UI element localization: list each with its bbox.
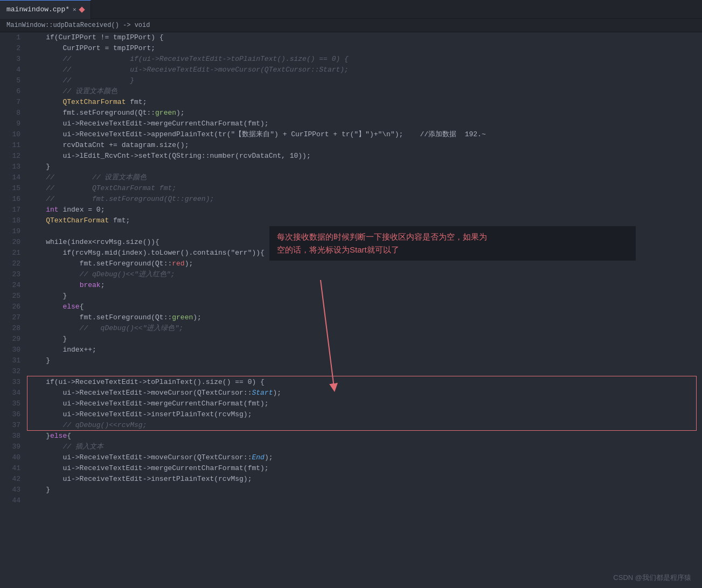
code-line: 8 fmt.setForeground(Qt::green);: [0, 108, 702, 118]
line-content: // 插入文本: [27, 442, 702, 452]
line-number: 35: [0, 398, 27, 409]
line-content: index++;: [27, 345, 702, 355]
line-number: 20: [0, 237, 27, 248]
code-line: 27 fmt.setForeground(Qt::green);: [0, 312, 702, 323]
line-content: // qDebug()<<"进入红色";: [27, 269, 702, 280]
code-line: 20 while(index<rcvMsg.size()){: [0, 237, 702, 248]
line-content: // // 设置文本颜色: [27, 172, 702, 183]
code-line: 31 }: [0, 355, 702, 366]
line-number: 21: [0, 248, 27, 258]
line-content: ui->ReceiveTextEdit->mergeCurrentCharFor…: [27, 118, 702, 129]
code-line: 13 }: [0, 162, 702, 172]
code-area: 1 if(CurIPPort != tmpIPPort) {2 CurIPPor…: [0, 32, 702, 588]
code-line: 33 if(ui->ReceiveTextEdit->toPlainText()…: [0, 377, 702, 388]
line-content: ui->ReceiveTextEdit->mergeCurrentCharFor…: [27, 463, 702, 474]
line-number: 32: [0, 366, 27, 377]
code-line: 35 ui->ReceiveTextEdit->mergeCurrentChar…: [0, 398, 702, 409]
footer-watermark: CSDN @我们都是程序猿: [613, 573, 691, 583]
line-number: 31: [0, 355, 27, 366]
line-number: 26: [0, 302, 27, 312]
line-number: 29: [0, 334, 27, 345]
line-content: // 设置文本颜色: [27, 86, 702, 97]
line-number: 1: [0, 32, 27, 43]
line-number: 8: [0, 108, 27, 118]
line-content: }: [27, 355, 702, 366]
line-content: // if(ui->ReceiveTextEdit->toPlainText()…: [27, 54, 702, 65]
code-line: 22 fmt.setForeground(Qt::red);: [0, 258, 702, 269]
line-number: 7: [0, 97, 27, 108]
line-number: 37: [0, 420, 27, 431]
line-content: else{: [27, 302, 702, 312]
line-content: fmt.setForeground(Qt::red);: [27, 258, 702, 269]
line-content: rcvDataCnt += datagram.size();: [27, 140, 702, 151]
modified-indicator: [79, 6, 85, 12]
line-number: 30: [0, 345, 27, 355]
line-number: 36: [0, 409, 27, 420]
line-number: 3: [0, 54, 27, 65]
code-line: 11 rcvDataCnt += datagram.size();: [0, 140, 702, 151]
code-line: 16 // fmt.setForeground(Qt::green);: [0, 194, 702, 205]
line-content: [27, 495, 702, 506]
code-line: 30 index++;: [0, 345, 702, 355]
line-number: 12: [0, 151, 27, 162]
code-line: 3 // if(ui->ReceiveTextEdit->toPlainText…: [0, 54, 702, 65]
line-content: ui->lEdit_RcvCnt->setText(QString::numbe…: [27, 151, 702, 162]
code-line: 10 ui->ReceiveTextEdit->appendPlainText(…: [0, 129, 702, 140]
line-number: 10: [0, 129, 27, 140]
tab-close-icon[interactable]: ✕: [73, 6, 77, 13]
code-line: 36 ui->ReceiveTextEdit->insertPlainText(…: [0, 409, 702, 420]
line-content: [27, 226, 702, 237]
line-content: }: [27, 291, 702, 302]
line-content: if(CurIPPort != tmpIPPort) {: [27, 32, 702, 43]
line-content: int index = 0;: [27, 205, 702, 215]
line-number: 38: [0, 431, 27, 442]
line-content: }else{: [27, 431, 702, 442]
code-line: 7 QTextCharFormat fmt;: [0, 97, 702, 108]
code-line: 6 // 设置文本颜色: [0, 86, 702, 97]
code-line: 28 // qDebug()<<"进入绿色";: [0, 323, 702, 334]
line-content: // ui->ReceiveTextEdit->moveCursor(QText…: [27, 65, 702, 75]
line-number: 16: [0, 194, 27, 205]
line-content: }: [27, 334, 702, 345]
line-content: while(index<rcvMsg.size()){: [27, 237, 702, 248]
code-line: 24 break;: [0, 280, 702, 291]
line-number: 9: [0, 118, 27, 129]
code-line: 41 ui->ReceiveTextEdit->mergeCurrentChar…: [0, 463, 702, 474]
line-number: 19: [0, 226, 27, 237]
line-content: ui->ReceiveTextEdit->moveCursor(QTextCur…: [27, 452, 702, 463]
line-content: if(rcvMsg.mid(index).toLower().contains(…: [27, 248, 702, 258]
code-line: 44: [0, 495, 702, 506]
code-line: 4 // ui->ReceiveTextEdit->moveCursor(QTe…: [0, 65, 702, 75]
code-line: 38 }else{: [0, 431, 702, 442]
code-line: 19: [0, 226, 702, 237]
breadcrumb: MainWindow::udpDataReceived() -> void: [6, 22, 150, 29]
code-line: 25 }: [0, 291, 702, 302]
line-content: // qDebug()<<rcvMsg;: [27, 420, 702, 431]
code-line: 14 // // 设置文本颜色: [0, 172, 702, 183]
line-number: 17: [0, 205, 27, 215]
line-number: 28: [0, 323, 27, 334]
line-content: ui->ReceiveTextEdit->appendPlainText(tr(…: [27, 129, 702, 140]
line-number: 25: [0, 291, 27, 302]
line-content: fmt.setForeground(Qt::green);: [27, 312, 702, 323]
line-content: ui->ReceiveTextEdit->insertPlainText(rcv…: [27, 474, 702, 485]
line-number: 39: [0, 442, 27, 452]
line-content: break;: [27, 280, 702, 291]
line-content: ui->ReceiveTextEdit->mergeCurrentCharFor…: [27, 398, 702, 409]
tab-bar: mainwindow.cpp* ✕: [0, 0, 702, 19]
line-number: 40: [0, 452, 27, 463]
line-content: fmt.setForeground(Qt::green);: [27, 108, 702, 118]
code-line: 21 if(rcvMsg.mid(index).toLower().contai…: [0, 248, 702, 258]
line-number: 13: [0, 162, 27, 172]
active-tab[interactable]: mainwindow.cpp* ✕: [0, 0, 91, 19]
code-line: 2 CurIPPort = tmpIPPort;: [0, 43, 702, 54]
code-line: 17 int index = 0;: [0, 205, 702, 215]
line-content: QTextCharFormat fmt;: [27, 97, 702, 108]
code-line: 39 // 插入文本: [0, 442, 702, 452]
tab-filename: mainwindow.cpp*: [6, 5, 69, 13]
line-number: 5: [0, 75, 27, 86]
breadcrumb-bar: MainWindow::udpDataReceived() -> void: [0, 19, 702, 32]
line-number: 23: [0, 269, 27, 280]
line-content: }: [27, 485, 702, 495]
line-number: 27: [0, 312, 27, 323]
